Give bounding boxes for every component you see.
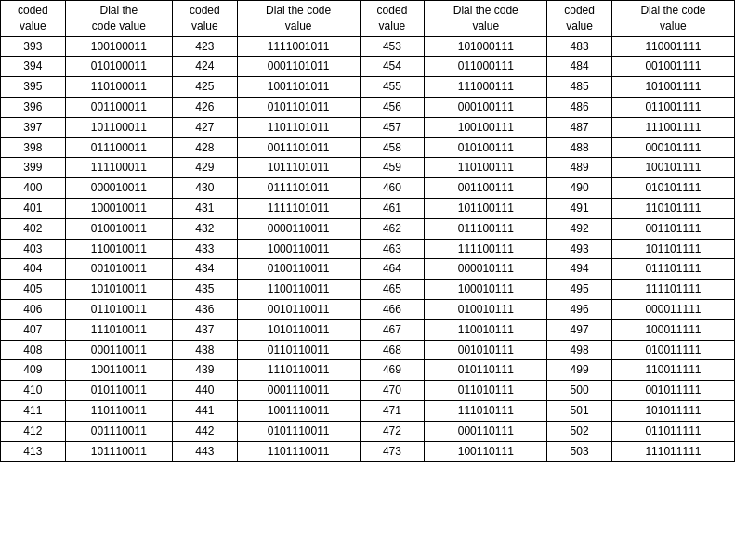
table-cell: 485 bbox=[547, 77, 612, 98]
table-cell: 100100111 bbox=[425, 117, 547, 137]
table-cell: 010110111 bbox=[425, 360, 547, 381]
table-cell: 427 bbox=[173, 117, 238, 137]
table-cell: 429 bbox=[173, 158, 238, 178]
table-cell: 110011111 bbox=[611, 360, 734, 381]
table-cell: 459 bbox=[360, 158, 425, 178]
table-cell: 001100111 bbox=[425, 178, 547, 199]
table-cell: 0101101011 bbox=[237, 97, 360, 117]
table-cell: 395 bbox=[1, 77, 66, 98]
col-header-5: codedvalue bbox=[360, 1, 425, 37]
table-cell: 393 bbox=[1, 36, 66, 57]
table-cell: 1110110011 bbox=[237, 360, 360, 381]
table-cell: 410 bbox=[1, 381, 66, 401]
table-cell: 413 bbox=[1, 441, 66, 462]
table-row: 4020100100114320000110011462011100111492… bbox=[1, 218, 735, 239]
table-cell: 111001111 bbox=[611, 117, 734, 137]
table-cell: 100011111 bbox=[611, 319, 734, 340]
col-header-7: codedvalue bbox=[547, 1, 612, 37]
table-row: 3940101000114240001101011454011000111484… bbox=[1, 57, 735, 77]
table-cell: 430 bbox=[173, 178, 238, 199]
table-row: 4000000100114300111101011460001100111490… bbox=[1, 178, 735, 199]
table-cell: 001110011 bbox=[65, 421, 172, 441]
table-cell: 431 bbox=[173, 198, 238, 218]
table-row: 4100101100114400001110011470011010111500… bbox=[1, 381, 735, 401]
table-cell: 436 bbox=[173, 299, 238, 319]
table-row: 4051010100114351100110011465100010111495… bbox=[1, 280, 735, 300]
table-cell: 494 bbox=[547, 259, 612, 280]
table-cell: 500 bbox=[547, 381, 612, 401]
table-cell: 455 bbox=[360, 77, 425, 98]
table-cell: 000010111 bbox=[425, 259, 547, 280]
table-cell: 458 bbox=[360, 137, 425, 158]
col-header-6: Dial the codevalue bbox=[425, 1, 547, 37]
table-cell: 432 bbox=[173, 218, 238, 239]
table-cell: 101001111 bbox=[611, 77, 734, 98]
col-header-4: Dial the codevalue bbox=[237, 1, 360, 37]
table-row: 4080001100114380110110011468001010111498… bbox=[1, 340, 735, 360]
table-cell: 1011101011 bbox=[237, 158, 360, 178]
table-cell: 1001110011 bbox=[237, 400, 360, 421]
table-cell: 502 bbox=[547, 421, 612, 441]
table-cell: 000101111 bbox=[611, 137, 734, 158]
table-cell: 111100011 bbox=[65, 158, 172, 178]
table-cell: 010010111 bbox=[425, 299, 547, 319]
table-cell: 111000111 bbox=[425, 77, 547, 98]
table-cell: 101100111 bbox=[425, 198, 547, 218]
table-cell: 442 bbox=[173, 421, 238, 441]
table-cell: 0100110011 bbox=[237, 259, 360, 280]
table-row: 4031100100114331000110011463111100111493… bbox=[1, 239, 735, 259]
table-cell: 011010011 bbox=[65, 299, 172, 319]
table-cell: 101011111 bbox=[611, 400, 734, 421]
table-cell: 0110110011 bbox=[237, 340, 360, 360]
table-row: 4131011100114431101110011473100110111503… bbox=[1, 441, 735, 462]
table-cell: 489 bbox=[547, 158, 612, 178]
table-cell: 396 bbox=[1, 97, 66, 117]
table-cell: 100110111 bbox=[425, 441, 547, 462]
table-cell: 101000111 bbox=[425, 36, 547, 57]
table-cell: 407 bbox=[1, 319, 66, 340]
table-cell: 101100011 bbox=[65, 117, 172, 137]
table-cell: 011001111 bbox=[611, 97, 734, 117]
table-cell: 011100011 bbox=[65, 137, 172, 158]
table-cell: 468 bbox=[360, 340, 425, 360]
table-cell: 433 bbox=[173, 239, 238, 259]
table-cell: 400 bbox=[1, 178, 66, 199]
table-cell: 461 bbox=[360, 198, 425, 218]
table-cell: 011011111 bbox=[611, 421, 734, 441]
table-cell: 465 bbox=[360, 280, 425, 300]
table-cell: 471 bbox=[360, 400, 425, 421]
table-cell: 110100111 bbox=[425, 158, 547, 178]
table-cell: 398 bbox=[1, 137, 66, 158]
table-cell: 466 bbox=[360, 299, 425, 319]
table-cell: 0011101011 bbox=[237, 137, 360, 158]
table-cell: 499 bbox=[547, 360, 612, 381]
table-cell: 437 bbox=[173, 319, 238, 340]
table-cell: 424 bbox=[173, 57, 238, 77]
table-cell: 438 bbox=[173, 340, 238, 360]
table-cell: 011000111 bbox=[425, 57, 547, 77]
table-cell: 110010011 bbox=[65, 239, 172, 259]
col-header-3: codedvalue bbox=[173, 1, 238, 37]
table-cell: 001010111 bbox=[425, 340, 547, 360]
table-cell: 010100011 bbox=[65, 57, 172, 77]
table-cell: 402 bbox=[1, 218, 66, 239]
table-cell: 001010011 bbox=[65, 259, 172, 280]
table-row: 4120011100114420101110011472000110111502… bbox=[1, 421, 735, 441]
table-cell: 469 bbox=[360, 360, 425, 381]
col-header-2: Dial thecode value bbox=[65, 1, 172, 37]
table-cell: 111100111 bbox=[425, 239, 547, 259]
table-row: 4040010100114340100110011464000010111494… bbox=[1, 259, 735, 280]
table-cell: 111011111 bbox=[611, 441, 734, 462]
table-cell: 425 bbox=[173, 77, 238, 98]
table-cell: 423 bbox=[173, 36, 238, 57]
table-cell: 011100111 bbox=[425, 218, 547, 239]
table-cell: 493 bbox=[547, 239, 612, 259]
table-cell: 1010110011 bbox=[237, 319, 360, 340]
col-header-1: codedvalue bbox=[1, 1, 66, 37]
table-cell: 1111001011 bbox=[237, 36, 360, 57]
table-cell: 462 bbox=[360, 218, 425, 239]
table-cell: 0001101011 bbox=[237, 57, 360, 77]
table-row: 4071110100114371010110011467110010111497… bbox=[1, 319, 735, 340]
table-cell: 401 bbox=[1, 198, 66, 218]
table-cell: 441 bbox=[173, 400, 238, 421]
